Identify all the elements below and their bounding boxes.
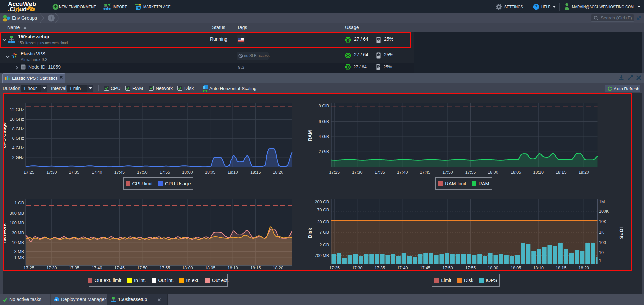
svg-text:?: ? (535, 5, 537, 9)
